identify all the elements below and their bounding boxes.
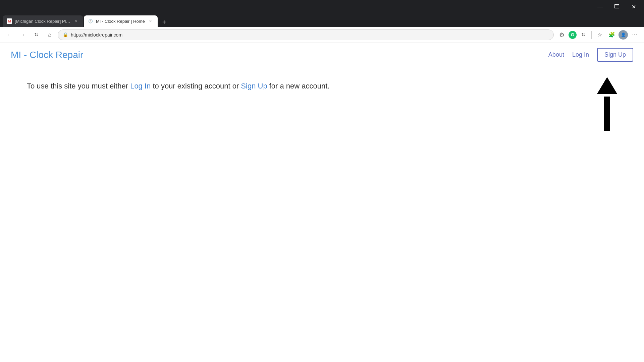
window-controls: — 🗖 ✕ bbox=[592, 1, 641, 12]
website-content: MI - Clock Repair About Log In Sign Up T… bbox=[0, 43, 644, 362]
main-message: To use this site you must either Log In … bbox=[27, 80, 617, 92]
about-link[interactable]: About bbox=[548, 51, 564, 58]
site-main-content: To use this site you must either Log In … bbox=[0, 67, 644, 105]
maximize-button[interactable]: 🗖 bbox=[609, 1, 625, 12]
tab-gmail-close[interactable]: × bbox=[73, 18, 79, 24]
tab-gmail[interactable]: M [Michigan Clock Repair] Please C × bbox=[3, 15, 83, 27]
nav-separator bbox=[591, 31, 592, 39]
site-nav: MI - Clock Repair About Log In Sign Up bbox=[0, 43, 644, 67]
home-button[interactable]: ⌂ bbox=[44, 29, 55, 40]
arrow-annotation bbox=[597, 77, 617, 131]
bookmark-button[interactable]: ☆ bbox=[594, 29, 605, 40]
minimize-button[interactable]: — bbox=[592, 1, 608, 12]
signup-inline-link[interactable]: Sign Up bbox=[241, 82, 267, 90]
tab-miclockrepair-close[interactable]: × bbox=[148, 18, 154, 24]
site-logo[interactable]: MI - Clock Repair bbox=[11, 50, 83, 60]
extensions-settings-button[interactable]: ⚙ bbox=[556, 29, 567, 40]
nav-actions: ⚙ G ↻ ☆ 🧩 👤 ⋯ bbox=[556, 29, 640, 40]
miclockrepair-tab-icon: 🕐 bbox=[88, 18, 93, 24]
extensions-button[interactable]: 🧩 bbox=[606, 29, 617, 40]
gmail-tab-icon: M bbox=[7, 18, 12, 24]
login-link-nav[interactable]: Log In bbox=[572, 51, 589, 58]
back-button[interactable]: ← bbox=[4, 29, 15, 40]
message-suffix: for a new account. bbox=[267, 82, 330, 90]
profile-avatar[interactable]: 👤 bbox=[619, 30, 628, 40]
forward-button[interactable]: → bbox=[17, 29, 28, 40]
message-prefix: To use this site you must either bbox=[27, 82, 130, 90]
message-middle: to your existing account or bbox=[151, 82, 241, 90]
url-display: https://miclockrepair.com bbox=[71, 32, 549, 38]
arrow-shaft bbox=[604, 97, 610, 131]
login-inline-link[interactable]: Log In bbox=[130, 82, 151, 90]
tab-bar: M [Michigan Clock Repair] Please C × 🕐 M… bbox=[0, 13, 644, 27]
close-button[interactable]: ✕ bbox=[626, 1, 641, 12]
arrow-head bbox=[597, 77, 617, 94]
signup-button-nav[interactable]: Sign Up bbox=[597, 48, 633, 62]
title-bar: — 🗖 ✕ bbox=[0, 0, 644, 13]
tab-miclockrepair[interactable]: 🕐 MI - Clock Repair | Home × bbox=[84, 15, 158, 27]
tab-gmail-title: [Michigan Clock Repair] Please C bbox=[15, 19, 70, 24]
new-tab-button[interactable]: + bbox=[160, 17, 169, 27]
menu-button[interactable]: ⋯ bbox=[629, 29, 640, 40]
refresh-button[interactable]: ↻ bbox=[31, 29, 42, 40]
tab-miclockrepair-title: MI - Clock Repair | Home bbox=[96, 19, 145, 24]
grammarly-refresh-button[interactable]: ↻ bbox=[578, 29, 589, 40]
address-bar[interactable]: 🔒 https://miclockrepair.com bbox=[58, 29, 554, 40]
lock-icon: 🔒 bbox=[63, 32, 68, 37]
site-nav-links: About Log In Sign Up bbox=[548, 48, 633, 62]
grammarly-icon[interactable]: G bbox=[569, 31, 577, 39]
nav-bar: ← → ↻ ⌂ 🔒 https://miclockrepair.com ⚙ G … bbox=[0, 27, 644, 43]
